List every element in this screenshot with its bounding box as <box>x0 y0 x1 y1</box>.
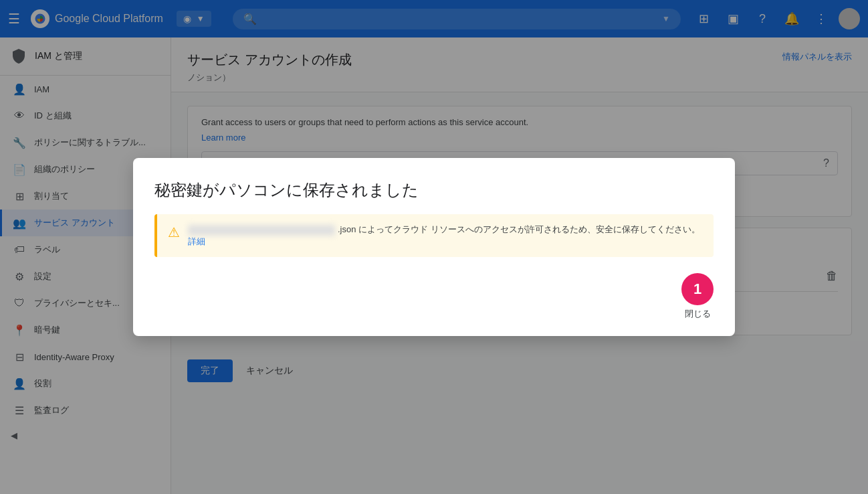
warning-filename-blurred <box>188 225 335 236</box>
close-badge-button[interactable]: 1 <box>681 273 714 305</box>
secret-key-dialog: 秘密鍵がパソコンに保存されました ⚠ .json によってクラウド リソースへの… <box>133 158 735 336</box>
dialog-title: 秘密鍵がパソコンに保存されました <box>154 179 714 201</box>
warning-detail-link[interactable]: 詳細 <box>188 236 205 246</box>
close-label: 閉じる <box>685 308 711 320</box>
dialog-warning-box: ⚠ .json によってクラウド リソースへのアクセスが許可されるため、安全に保… <box>154 214 714 257</box>
dialog-overlay[interactable]: 秘密鍵がパソコンに保存されました ⚠ .json によってクラウド リソースへの… <box>0 0 868 494</box>
warning-text-container: .json によってクラウド リソースへのアクセスが許可されるため、安全に保存し… <box>188 224 703 248</box>
warning-triangle-icon: ⚠ <box>168 224 180 240</box>
warning-main-text: .json によってクラウド リソースへのアクセスが許可されるため、安全に保存し… <box>338 224 700 234</box>
close-button-container: 1 閉じる <box>681 273 714 320</box>
dialog-footer: 1 閉じる <box>154 273 714 320</box>
